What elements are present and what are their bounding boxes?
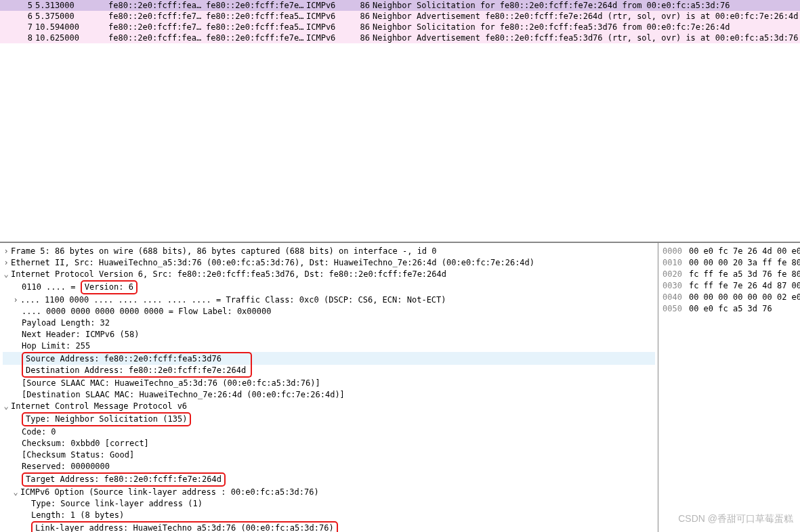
link-layer-address-field[interactable]: Link-layer address: HuaweiTechno_a5:3d:7… <box>3 521 655 532</box>
col-source: fe80::2e0:fcff:fea5… <box>108 32 206 43</box>
hex-line[interactable]: 001000 00 00 20 3a ff fe 80 <box>662 257 796 269</box>
source-address-field[interactable]: Source Address: fe80::2e0:fcff:fea5:3d76 <box>3 352 655 365</box>
col-time: 10.594000 <box>35 22 108 32</box>
icmpv6-label: Internet Control Message Protocol v6 <box>11 401 187 411</box>
col-info: Neighbor Solicitation for fe80::2e0:fcff… <box>373 22 800 32</box>
destination-slaac-field[interactable]: [Destination SLAAC MAC: HuaweiTechno_7e:… <box>3 389 655 401</box>
expand-icon[interactable]: › <box>12 294 19 306</box>
icmp-option-node[interactable]: ⌄ICMPv6 Option (Source link-layer addres… <box>3 487 655 498</box>
hex-bytes: 00 00 00 00 00 00 02 e0 <box>689 292 800 302</box>
hex-line[interactable]: 000000 e0 fc 7e 26 4d 00 e0 <box>662 246 796 257</box>
col-no: 7 <box>3 22 35 32</box>
collapse-icon[interactable]: ⌄ <box>3 401 9 412</box>
version-prefix: 0110 .... = <box>22 282 81 292</box>
next-header-field[interactable]: Next Header: ICMPv6 (58) <box>3 329 655 340</box>
col-length: 86 <box>352 0 373 11</box>
hex-offset: 0040 <box>662 292 682 302</box>
col-destination: fe80::2e0:fcff:fea5… <box>206 22 306 32</box>
icmp-checksum-status-field[interactable]: [Checksum Status: Good] <box>3 449 655 461</box>
hex-bytes: 00 00 00 20 3a ff fe 80 <box>689 258 800 267</box>
option-length-field[interactable]: Length: 1 (8 bytes) <box>3 510 655 521</box>
packet-list[interactable]: 55.313000fe80::2e0:fcff:fea5…fe80::2e0:f… <box>0 0 800 242</box>
expand-icon[interactable]: › <box>3 246 9 257</box>
frame-label: Frame 5: 86 bytes on wire (688 bits), 86… <box>11 246 437 256</box>
icmp-checksum-field[interactable]: Checksum: 0xbbd0 [correct] <box>3 438 655 449</box>
icmp-reserved-field[interactable]: Reserved: 00000000 <box>3 461 655 472</box>
col-info: Neighbor Solicitation for fe80::2e0:fcff… <box>373 0 800 11</box>
col-length: 86 <box>352 32 373 43</box>
traffic-class-label: .... 1100 0000 .... .... .... .... .... … <box>20 295 446 305</box>
col-time: 10.625000 <box>35 32 108 43</box>
version-field[interactable]: 0110 .... = Version: 6 <box>3 280 655 294</box>
icmp-code-field[interactable]: Code: 0 <box>3 426 655 438</box>
col-destination: fe80::2e0:fcff:fe7e… <box>206 0 306 11</box>
col-no: 6 <box>3 11 35 22</box>
hex-bytes: fc ff fe a5 3d 76 fe 80 <box>689 269 800 279</box>
icmpv6-node[interactable]: ⌄Internet Control Message Protocol v6 <box>3 401 655 412</box>
frame-node[interactable]: ›Frame 5: 86 bytes on wire (688 bits), 8… <box>3 246 655 257</box>
hex-offset: 0050 <box>662 304 682 313</box>
col-time: 5.375000 <box>35 11 108 22</box>
hex-line[interactable]: 004000 00 00 00 00 00 02 e0 <box>662 292 796 303</box>
col-protocol: ICMPv6 <box>306 22 352 32</box>
hex-bytes: 00 e0 fc a5 3d 76 <box>689 304 772 313</box>
hex-offset: 0010 <box>662 258 682 267</box>
icmp-option-label: ICMPv6 Option (Source link-layer address… <box>20 487 319 497</box>
hex-line[interactable]: 005000 e0 fc a5 3d 76 <box>662 303 796 315</box>
col-protocol: ICMPv6 <box>306 32 352 43</box>
packet-row[interactable]: 65.375000fe80::2e0:fcff:fe7e…fe80::2e0:f… <box>0 11 800 22</box>
collapse-icon[interactable]: ⌄ <box>3 269 9 280</box>
icmp-type-field[interactable]: Type: Neighbor Solicitation (135) <box>3 412 655 426</box>
packet-details-tree[interactable]: ›Frame 5: 86 bytes on wire (688 bits), 8… <box>0 243 658 532</box>
expand-icon[interactable]: › <box>3 257 9 269</box>
col-protocol: ICMPv6 <box>306 0 352 11</box>
col-no: 5 <box>3 0 35 11</box>
hex-line[interactable]: 0030fc ff fe 7e 26 4d 87 00 <box>662 280 796 292</box>
hex-line[interactable]: 0020fc ff fe a5 3d 76 fe 80 <box>662 269 796 280</box>
col-source: fe80::2e0:fcff:fea5… <box>108 0 206 11</box>
ethernet-label: Ethernet II, Src: HuaweiTechno_a5:3d:76 … <box>11 258 534 267</box>
version-value: Version: 6 <box>81 280 138 294</box>
icmp-target-address-field[interactable]: Target Address: fe80::2e0:fcff:fe7e:264d <box>3 472 655 487</box>
hex-dump[interactable]: 000000 e0 fc 7e 26 4d 00 e0001000 00 00 … <box>658 243 800 532</box>
ipv6-label: Internet Protocol Version 6, Src: fe80::… <box>11 269 446 279</box>
hex-bytes: fc ff fe 7e 26 4d 87 00 <box>689 281 800 290</box>
payload-length-field[interactable]: Payload Length: 32 <box>3 317 655 329</box>
ethernet-node[interactable]: ›Ethernet II, Src: HuaweiTechno_a5:3d:76… <box>3 257 655 269</box>
ipv6-node[interactable]: ⌄Internet Protocol Version 6, Src: fe80:… <box>3 269 655 280</box>
collapse-icon[interactable]: ⌄ <box>12 487 19 498</box>
col-time: 5.313000 <box>35 0 108 11</box>
hex-offset: 0020 <box>662 269 682 279</box>
hex-bytes: 00 e0 fc 7e 26 4d 00 e0 <box>689 246 800 256</box>
col-length: 86 <box>352 11 373 22</box>
col-info: Neighbor Advertisement fe80::2e0:fcff:fe… <box>373 11 800 22</box>
destination-address-field[interactable]: Destination Address: fe80::2e0:fcff:fe7e… <box>3 365 655 378</box>
col-source: fe80::2e0:fcff:fe7e… <box>108 11 206 22</box>
col-destination: fe80::2e0:fcff:fea5… <box>206 11 306 22</box>
packet-row[interactable]: 710.594000fe80::2e0:fcff:fe7e…fe80::2e0:… <box>0 22 800 32</box>
col-protocol: ICMPv6 <box>306 11 352 22</box>
hex-offset: 0030 <box>662 281 682 290</box>
hex-offset: 0000 <box>662 246 682 256</box>
option-type-field[interactable]: Type: Source link-layer address (1) <box>3 498 655 510</box>
hop-limit-field[interactable]: Hop Limit: 255 <box>3 340 655 352</box>
traffic-class-node[interactable]: ›.... 1100 0000 .... .... .... .... ....… <box>3 294 655 306</box>
source-slaac-field[interactable]: [Source SLAAC MAC: HuaweiTechno_a5:3d:76… <box>3 378 655 389</box>
col-destination: fe80::2e0:fcff:fe7e… <box>206 32 306 43</box>
packet-row[interactable]: 55.313000fe80::2e0:fcff:fea5…fe80::2e0:f… <box>0 0 800 11</box>
flow-label-field[interactable]: .... 0000 0000 0000 0000 0000 = Flow Lab… <box>3 306 655 317</box>
col-no: 8 <box>3 32 35 43</box>
col-length: 86 <box>352 22 373 32</box>
col-info: Neighbor Advertisement fe80::2e0:fcff:fe… <box>373 32 800 43</box>
packet-row[interactable]: 810.625000fe80::2e0:fcff:fea5…fe80::2e0:… <box>0 32 800 43</box>
bottom-panes: ›Frame 5: 86 bytes on wire (688 bits), 8… <box>0 242 800 532</box>
col-source: fe80::2e0:fcff:fe7e… <box>108 22 206 32</box>
